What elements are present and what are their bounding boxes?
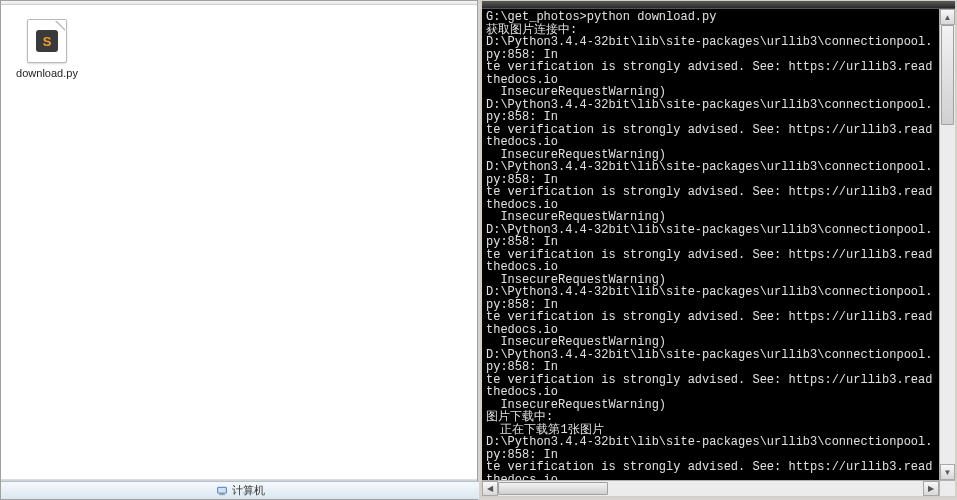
- terminal-line: D:\Python3.4.4-32bit\lib\site-packages\u…: [486, 436, 935, 461]
- scroll-left-button[interactable]: ◀: [482, 481, 498, 496]
- terminal-line: 图片下载中:: [486, 411, 935, 424]
- scroll-up-button[interactable]: ▲: [940, 9, 955, 25]
- scrollbar-corner: [939, 480, 955, 496]
- explorer-content-area[interactable]: S download.py: [1, 5, 477, 479]
- file-label: download.py: [16, 67, 78, 81]
- file-explorer-window: S download.py 计算机: [0, 0, 478, 500]
- terminal-line: InsecureRequestWarning): [486, 86, 935, 99]
- terminal-line: InsecureRequestWarning): [486, 211, 935, 224]
- terminal-line: te verification is strongly advised. See…: [486, 186, 935, 211]
- explorer-statusbar: 计算机: [1, 481, 479, 499]
- svg-rect-3: [219, 494, 225, 495]
- terminal-line: InsecureRequestWarning): [486, 399, 935, 412]
- terminal-line: D:\Python3.4.4-32bit\lib\site-packages\u…: [486, 224, 935, 249]
- terminal-line: D:\Python3.4.4-32bit\lib\site-packages\u…: [486, 286, 935, 311]
- scroll-right-button[interactable]: ▶: [923, 481, 939, 496]
- terminal-vertical-scrollbar[interactable]: ▲ ▼: [939, 9, 955, 480]
- terminal-line: te verification is strongly advised. See…: [486, 311, 935, 336]
- terminal-line: InsecureRequestWarning): [486, 336, 935, 349]
- terminal-line: te verification is strongly advised. See…: [486, 124, 935, 149]
- terminal-line: te verification is strongly advised. See…: [486, 374, 935, 399]
- terminal-line: te verification is strongly advised. See…: [486, 61, 935, 86]
- file-icon-graphic: S: [27, 19, 67, 63]
- terminal-line: D:\Python3.4.4-32bit\lib\site-packages\u…: [486, 99, 935, 124]
- svg-rect-1: [218, 488, 226, 493]
- terminal-horizontal-scrollbar[interactable]: ◀ ▶: [482, 480, 939, 496]
- terminal-output[interactable]: G:\get_photos>python download.py获取图片连接中:…: [482, 9, 939, 480]
- sublime-badge-icon: S: [36, 30, 58, 52]
- command-prompt-window: G:\get_photos>python download.py获取图片连接中:…: [480, 0, 957, 498]
- scroll-thumb-vertical[interactable]: [941, 25, 954, 125]
- terminal-line: D:\Python3.4.4-32bit\lib\site-packages\u…: [486, 349, 935, 374]
- computer-icon: [216, 485, 228, 497]
- terminal-line: D:\Python3.4.4-32bit\lib\site-packages\u…: [486, 36, 935, 61]
- scroll-down-button[interactable]: ▼: [940, 464, 955, 480]
- terminal-line: G:\get_photos>python download.py: [486, 11, 935, 24]
- terminal-line: te verification is strongly advised. See…: [486, 249, 935, 274]
- terminal-line: D:\Python3.4.4-32bit\lib\site-packages\u…: [486, 161, 935, 186]
- terminal-titlebar[interactable]: [482, 1, 955, 9]
- svg-rect-2: [220, 493, 223, 494]
- statusbar-computer-item[interactable]: 计算机: [208, 482, 273, 499]
- file-item-download-py[interactable]: S download.py: [11, 15, 83, 85]
- terminal-line: te verification is strongly advised. See…: [486, 461, 935, 480]
- statusbar-computer-label: 计算机: [232, 483, 265, 498]
- scroll-thumb-horizontal[interactable]: [498, 482, 608, 495]
